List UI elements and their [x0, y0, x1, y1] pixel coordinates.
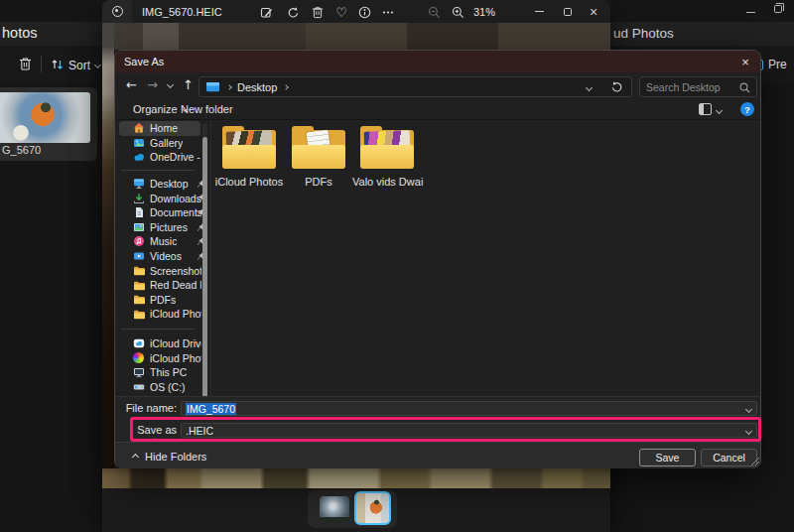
downloads-icon: [133, 193, 146, 204]
sort-label[interactable]: Sort: [68, 59, 90, 72]
save-button[interactable]: Save: [639, 449, 696, 466]
restore-icon[interactable]: [774, 5, 782, 13]
file-name-dropdown-chevron-icon[interactable]: [745, 406, 752, 413]
more-options-icon[interactable]: [380, 4, 396, 20]
folder-tile-icloud-photos[interactable]: iCloud Photos: [214, 126, 284, 188]
file-list: iCloud Photos PDFs Valo vids Dwai: [211, 120, 760, 396]
address-dropdown-chevron-icon[interactable]: [586, 84, 593, 91]
folder-name: iCloud Photos: [214, 176, 284, 188]
dialog-titlebar: Save As ×: [115, 51, 760, 72]
folder-tile-valo-vids[interactable]: Valo vids Dwai: [352, 126, 422, 188]
photo-content-top: [102, 23, 610, 50]
photos-app-icon[interactable]: [102, 0, 132, 23]
save-as-type-select[interactable]: .HEIC: [181, 423, 757, 438]
collection-title: ud Photos: [613, 26, 674, 41]
dialog-title: Save As: [124, 56, 164, 67]
dialog-toolbar: Organize New folder ?: [115, 100, 760, 120]
home-icon: [133, 122, 146, 134]
sidebar-scrollbar[interactable]: [202, 123, 207, 443]
sort-icon[interactable]: [51, 59, 65, 70]
breadcrumb-location[interactable]: Desktop: [237, 81, 277, 93]
delete-icon[interactable]: [310, 4, 326, 20]
dialog-fields: File name: IMG_5670 Save as type: .HEIC: [115, 396, 760, 442]
photo-thumbnail[interactable]: [0, 92, 90, 143]
sidebar-item-desktop[interactable]: Desktop: [119, 177, 202, 192]
save-as-type-value: .HEIC: [186, 425, 213, 437]
photo-thumbnail-card[interactable]: G_5670: [0, 87, 97, 161]
sidebar-item-icloud-photos-folder[interactable]: iCloud Photos: [119, 307, 202, 322]
new-folder-button[interactable]: New folder: [181, 103, 233, 115]
hide-folders-button[interactable]: Hide Folders: [133, 451, 206, 463]
help-icon[interactable]: ?: [740, 102, 754, 116]
up-icon[interactable]: ↑: [183, 77, 194, 92]
scrollbar-thumb[interactable]: [202, 137, 207, 425]
zoom-in-icon[interactable]: [450, 4, 465, 20]
refresh-icon[interactable]: [610, 80, 623, 93]
sidebar-item-pdfs[interactable]: PDFs: [119, 293, 202, 308]
minimize-icon[interactable]: [746, 12, 755, 13]
chevron-down-icon[interactable]: [94, 62, 101, 68]
sidebar-item-music[interactable]: Music: [119, 234, 202, 249]
preview-label[interactable]: Pre: [768, 58, 787, 71]
sidebar-item-icloud-drive[interactable]: iCloud Drive: [119, 336, 202, 351]
sidebar-item-downloads[interactable]: Downloads: [119, 191, 202, 205]
sidebar-item-documents[interactable]: Documents: [119, 205, 202, 220]
folder-tile-pdfs[interactable]: PDFs: [284, 126, 353, 188]
viewer-titlebar: IMG_5670.HEIC ♡ 31%: [102, 0, 610, 23]
onedrive-cloud-icon: [133, 151, 146, 163]
forward-icon[interactable]: →: [147, 77, 158, 92]
save-as-type-dropdown-chevron-icon[interactable]: [745, 428, 752, 435]
dialog-footer: Hide Folders Save Cancel: [115, 442, 760, 468]
sidebar-item-videos[interactable]: Videos: [119, 249, 202, 264]
resize-grip[interactable]: [751, 458, 759, 466]
pictures-icon: [133, 221, 146, 233]
folder-icon: [133, 294, 146, 306]
view-mode-chevron-icon[interactable]: [716, 107, 723, 114]
toolbar-divider: [41, 56, 42, 72]
favorite-icon[interactable]: ♡: [333, 4, 349, 20]
delete-icon[interactable]: [19, 57, 32, 71]
folder-icon: [133, 308, 146, 320]
maximize-icon[interactable]: [556, 0, 580, 23]
close-icon[interactable]: ×: [730, 51, 760, 72]
view-mode-icon[interactable]: [699, 103, 712, 115]
filmstrip-thumbnail-selected[interactable]: [354, 491, 391, 525]
photo-content-left: [102, 23, 114, 488]
cancel-button[interactable]: Cancel: [701, 449, 757, 466]
file-name-input[interactable]: IMG_5670: [181, 401, 757, 416]
desktop-icon: [133, 178, 146, 190]
hard-drive-icon: [133, 381, 146, 393]
sidebar-item-this-pc[interactable]: This PC: [119, 365, 202, 380]
filmstrip-thumbnail-sky[interactable]: [320, 496, 349, 522]
organize-button[interactable]: Organize: [133, 103, 187, 115]
rotate-icon[interactable]: [285, 4, 301, 20]
folder-name: Valo vids Dwai: [352, 176, 422, 188]
gallery-icon: [133, 137, 146, 149]
recent-locations-chevron-icon[interactable]: [167, 81, 174, 88]
photos-nav-label[interactable]: hotos: [2, 25, 37, 41]
folder-icon: [133, 279, 146, 291]
folder-icon: [133, 265, 146, 277]
sidebar-item-gallery[interactable]: Gallery: [119, 136, 202, 151]
save-as-dialog: Save As × ← → ↑ Desktop: [114, 50, 761, 468]
edit-icon[interactable]: [258, 4, 274, 20]
close-icon[interactable]: ×: [582, 0, 605, 23]
info-icon[interactable]: [356, 4, 372, 20]
sidebar-item-home[interactable]: Home: [119, 121, 200, 136]
file-name-value: IMG_5670: [186, 403, 236, 415]
zoom-out-icon[interactable]: [426, 4, 442, 20]
minimize-icon[interactable]: [527, 0, 551, 23]
sidebar-item-icloud-photos[interactable]: iCloud Photos: [119, 350, 202, 365]
address-bar[interactable]: Desktop: [198, 76, 632, 97]
organize-label: Organize: [133, 103, 178, 115]
search-box[interactable]: [639, 76, 757, 97]
folder-name: PDFs: [284, 176, 353, 188]
sidebar-item-os-c-drive[interactable]: OS (C:): [119, 380, 202, 395]
sidebar-item-red-dead-redemption[interactable]: Red Dead Redemp: [119, 278, 202, 293]
sidebar-item-pictures[interactable]: Pictures: [119, 220, 202, 235]
icloud-photos-icon: [133, 352, 146, 364]
sidebar-item-onedrive[interactable]: OneDrive - Persor: [119, 150, 202, 165]
sidebar-item-screenshots[interactable]: Screenshots: [119, 263, 202, 278]
search-input[interactable]: [646, 78, 737, 95]
back-icon[interactable]: ←: [126, 77, 137, 92]
